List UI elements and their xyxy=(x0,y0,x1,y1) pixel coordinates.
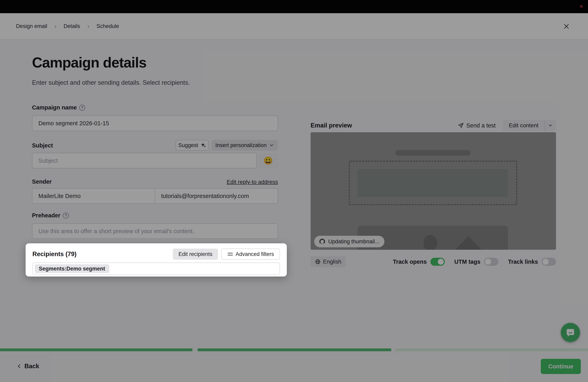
sender-fields: MailerLite Demo tutorials@forpresentatio… xyxy=(32,188,278,204)
language-label: English xyxy=(323,259,341,265)
edit-content-dropdown-button[interactable] xyxy=(545,120,556,131)
edit-recipients-button[interactable]: Edit recipients xyxy=(173,248,218,260)
campaign-name-value: Demo segment 2026-01-15 xyxy=(38,120,109,127)
chevron-down-icon xyxy=(548,123,553,128)
progress-step-3 xyxy=(396,348,588,351)
advanced-filters-button[interactable]: Advanced filters xyxy=(221,248,280,260)
skeleton-title-bar xyxy=(395,150,471,156)
utm-tags-toggle[interactable] xyxy=(484,258,498,266)
preheader-label: Preheader xyxy=(32,212,69,219)
breadcrumb-design-email[interactable]: Design email xyxy=(16,23,47,29)
edit-content-split-button: Edit content xyxy=(503,120,556,131)
insert-personalization-label: Insert personalization xyxy=(215,142,267,149)
preheader-label-text: Preheader xyxy=(32,212,60,219)
breadcrumb-separator: › xyxy=(54,23,56,30)
utm-tags-label: UTM tags xyxy=(454,259,481,265)
close-icon xyxy=(563,23,570,30)
sliders-icon xyxy=(227,251,233,257)
breadcrumb-schedule[interactable]: Schedule xyxy=(97,23,119,29)
breadcrumb-separator: › xyxy=(87,23,89,30)
subject-placeholder: Subject xyxy=(38,157,58,164)
campaign-name-label: Campaign name xyxy=(32,104,85,111)
email-preview-title: Email preview xyxy=(311,122,352,129)
subject-label-text: Subject xyxy=(32,142,53,149)
skeleton-dashed-block xyxy=(349,161,517,205)
chevron-left-icon xyxy=(16,363,22,369)
help-icon[interactable] xyxy=(63,212,69,219)
emoji-icon: 😀 xyxy=(263,156,273,165)
segment-tag[interactable]: Segments:Demo segment xyxy=(35,264,109,273)
progress-step-1 xyxy=(0,348,192,351)
advanced-filters-label: Advanced filters xyxy=(236,251,274,257)
email-preview-thumbnail: Updating thumbnail... xyxy=(311,132,556,250)
close-button[interactable] xyxy=(561,21,572,32)
placeholder-mountain-icon xyxy=(451,236,485,250)
wizard-header: Design email › Details › Schedule xyxy=(0,13,588,39)
updating-thumbnail-label: Updating thumbnail... xyxy=(328,239,379,245)
track-links-label: Track links xyxy=(508,259,538,265)
spinner-icon xyxy=(319,239,325,244)
recipients-input[interactable]: Segments:Demo segment xyxy=(32,263,280,275)
placeholder-circle-icon xyxy=(423,235,437,250)
track-opens-toggle[interactable] xyxy=(430,258,445,266)
track-opens-label: Track opens xyxy=(393,259,427,265)
chat-launcher-button[interactable] xyxy=(561,323,580,342)
suggest-button[interactable]: Suggest xyxy=(176,140,209,151)
track-links-toggle[interactable] xyxy=(542,258,556,266)
globe-icon xyxy=(315,259,321,265)
edit-recipients-label: Edit recipients xyxy=(178,251,212,257)
progress-step-2 xyxy=(198,348,391,351)
preheader-placeholder: Use this area to offer a short preview o… xyxy=(38,228,194,234)
suggest-button-label: Suggest xyxy=(178,142,198,149)
send-test-label: Send a test xyxy=(466,122,496,129)
campaign-details-page: Design email › Details › Schedule Campai… xyxy=(0,0,588,382)
campaign-name-label-text: Campaign name xyxy=(32,104,77,111)
chevron-down-icon xyxy=(269,143,274,148)
recipients-title: Recipients (79) xyxy=(32,250,77,258)
sender-label-text: Sender xyxy=(32,178,52,185)
back-label: Back xyxy=(24,363,39,370)
tracking-toggles: Track opens UTM tags Track links xyxy=(393,258,556,266)
subject-input[interactable]: Subject xyxy=(32,153,257,169)
edit-reply-to-link[interactable]: Edit reply-to address xyxy=(227,179,278,185)
email-preview-footer: English Track opens UTM tags Track links xyxy=(311,256,556,268)
preheader-input[interactable]: Use this area to offer a short preview o… xyxy=(32,223,278,239)
skeleton-inner-block xyxy=(357,169,508,197)
language-selector[interactable]: English xyxy=(311,256,346,267)
emoji-picker-button[interactable]: 😀 xyxy=(258,153,278,169)
browser-top-bar xyxy=(0,0,588,13)
edit-content-button[interactable]: Edit content xyxy=(503,120,545,131)
subject-label: Subject xyxy=(32,142,53,149)
breadcrumb: Design email › Details › Schedule xyxy=(16,23,119,30)
page-title: Campaign details xyxy=(32,54,147,71)
paper-plane-icon xyxy=(458,122,464,129)
campaign-name-input[interactable]: Demo segment 2026-01-15 xyxy=(32,115,278,131)
continue-button[interactable]: Continue xyxy=(541,359,581,374)
back-button[interactable]: Back xyxy=(16,361,39,372)
recording-indicator-dot xyxy=(580,5,583,8)
insert-personalization-button[interactable]: Insert personalization xyxy=(211,140,278,151)
breadcrumb-details[interactable]: Details xyxy=(63,23,80,29)
page-subtitle: Enter subject and other sending details.… xyxy=(32,79,190,86)
send-test-button[interactable]: Send a test xyxy=(458,122,496,129)
chat-icon xyxy=(565,327,576,338)
sender-name-input[interactable]: MailerLite Demo xyxy=(32,189,155,203)
updating-thumbnail-pill: Updating thumbnail... xyxy=(314,236,384,247)
help-icon[interactable] xyxy=(79,105,85,111)
sender-email-input[interactable]: tutorials@forpresentationonly.com xyxy=(155,189,278,203)
sender-label: Sender xyxy=(32,178,52,185)
recipients-section: Recipients (79) Edit recipients Advanced… xyxy=(26,243,287,277)
sparkle-icon xyxy=(201,142,206,148)
email-preview-header: Email preview Send a test Edit content xyxy=(311,119,556,132)
